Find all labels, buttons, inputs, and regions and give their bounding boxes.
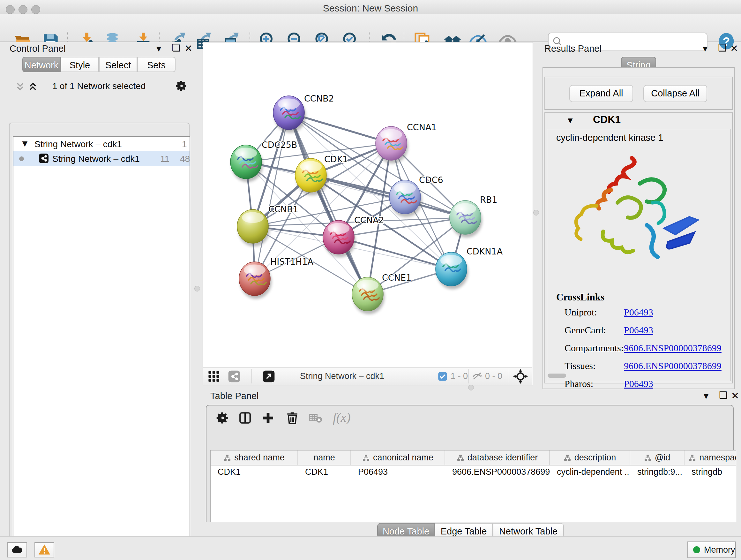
entry-body: cyclin-dependent kinase 1 [547, 129, 731, 381]
crosslink-label: Pharos: [564, 378, 593, 389]
tab-network[interactable]: Network [22, 57, 61, 72]
column-header-name[interactable]: name [298, 450, 351, 465]
memory-button[interactable]: Memory [687, 542, 736, 558]
float-panel-icon[interactable]: ▾ [156, 43, 161, 54]
add-column-icon[interactable] [261, 411, 275, 425]
crosslinks-title: CrossLinks [556, 292, 604, 303]
table-panel-title: Table Panel [210, 391, 259, 401]
cell-namespace[interactable]: stringdb [684, 465, 736, 480]
node-CDC25B[interactable] [230, 145, 263, 182]
node-CCNB2[interactable] [273, 96, 306, 133]
collapse-all-button[interactable]: Collapse All [643, 85, 707, 102]
column-header-canonical-name[interactable]: canonical name [351, 450, 445, 465]
expand-all-tree-icon[interactable] [15, 81, 25, 92]
footer-separator [252, 369, 252, 383]
crosslink-value[interactable]: P06493 [624, 378, 653, 389]
collection-count: 1 [182, 139, 187, 149]
edge-CCNB2-CCNE1[interactable] [289, 113, 367, 294]
network-view-toolbar: String Network – cdk1 1 - 0 0 - 0 [203, 367, 532, 385]
network-canvas[interactable]: CCNB2CCNA1CDC25BCDK1CDC6RB1CCNB1CCNA2CDK… [203, 43, 532, 367]
cloud-button[interactable] [7, 542, 27, 557]
cell-@id[interactable]: stringdb:9... [630, 465, 684, 480]
crosslink-value[interactable]: 9606.ENSP00000378699 [624, 361, 722, 371]
entry-collapse-icon[interactable]: ▼ [566, 116, 575, 125]
horizontal-splitter-grip[interactable] [468, 385, 474, 390]
cell-shared-name[interactable]: CDK1 [211, 465, 298, 480]
node-CCNA2[interactable] [323, 220, 355, 257]
status-bar: Memory [0, 537, 741, 560]
crosslinks-list: Uniprot:P06493GeneCard:P06493Compartment… [564, 307, 728, 396]
network-node-count: 11 [160, 154, 170, 164]
vertical-splitter-grip[interactable] [533, 210, 539, 215]
tab-network-table[interactable]: Network Table [493, 523, 564, 538]
close-panel-icon[interactable]: ✕ [185, 43, 192, 54]
tab-node-table[interactable]: Node Table [377, 523, 434, 538]
node-CCNA1[interactable] [376, 126, 408, 164]
node-label-RB1: RB1 [480, 195, 497, 205]
node-label-CCNE1: CCNE1 [382, 273, 411, 283]
column-header-database-identifier[interactable]: database identifier [445, 450, 550, 465]
cell-name[interactable]: CDK1 [298, 465, 351, 480]
tab-edge-table[interactable]: Edge Table [434, 523, 493, 538]
close-panel-icon[interactable]: ✕ [730, 43, 738, 54]
control-panel-tabs: NetworkStyleSelectSets [22, 57, 176, 72]
crosslink-row: Compartments:9606.ENSP00000378699 [564, 343, 728, 361]
collection-label: String Network – cdk1 [35, 139, 122, 149]
birdseye-grid-icon[interactable] [207, 370, 220, 383]
function-builder-icon: f(x) [333, 410, 351, 425]
column-header-description[interactable]: description [550, 450, 630, 465]
network-collection-row[interactable]: ▼ String Network – cdk1 1 [13, 137, 190, 151]
tab-sets[interactable]: Sets [137, 57, 176, 72]
table-options-gear-icon[interactable] [216, 411, 229, 425]
tab-style[interactable]: Style [61, 57, 99, 72]
dock-panel-icon[interactable]: ❏ [719, 389, 728, 401]
crosslink-value[interactable]: 9606.ENSP00000378699 [624, 343, 722, 354]
expand-all-button[interactable]: Expand All [569, 85, 633, 102]
node-CCNE1[interactable] [352, 277, 385, 314]
network-view[interactable]: CCNB2CCNA1CDC25BCDK1CDC6RB1CCNB1CCNA2CDK… [203, 42, 533, 385]
selected-checkbox-icon[interactable] [438, 372, 448, 381]
collection-expand-icon[interactable]: ▼ [20, 138, 29, 149]
crosslink-label: Compartments: [564, 343, 623, 354]
crosslink-value[interactable]: P06493 [624, 325, 653, 335]
delete-table-icon [309, 413, 322, 424]
node-CDK1[interactable] [295, 159, 328, 195]
node-HIST1H1A[interactable] [239, 262, 272, 299]
delete-column-trash-icon[interactable] [286, 411, 299, 425]
show-columns-icon[interactable] [239, 411, 252, 425]
column-header-@id[interactable]: @id [630, 450, 684, 465]
table-toolbar: f(x) shared namenamecanonical namedataba… [206, 405, 734, 522]
node-CDKN1A[interactable] [435, 252, 468, 289]
table-row[interactable]: CDK1CDK1P064939606.ENSP00000378699cyclin… [211, 465, 736, 480]
memory-label: Memory [704, 545, 735, 555]
edge-CCNB2-HIST1H1A[interactable] [255, 113, 289, 279]
warnings-button[interactable] [35, 542, 54, 557]
node-RB1[interactable] [450, 200, 482, 238]
node-CDC6[interactable] [389, 180, 422, 217]
column-header-shared-name[interactable]: shared name [211, 450, 298, 465]
cell-canonical-name[interactable]: P06493 [351, 465, 445, 480]
results-hscroll-thumb[interactable] [548, 374, 566, 378]
float-panel-icon[interactable]: ▾ [703, 43, 708, 54]
tab-select[interactable]: Select [99, 57, 137, 72]
cell-database-identifier[interactable]: 9606.ENSP00000378699 [445, 465, 550, 480]
collapse-all-tree-icon[interactable] [27, 81, 38, 92]
network-status-dot [19, 157, 24, 161]
cell-description[interactable]: cyclin-dependent ... [550, 465, 630, 480]
crosslink-label: Uniprot: [564, 307, 597, 318]
table-panel: Table Panel ▾ ❏ ✕ f(x) shared namenameca… [203, 390, 741, 537]
window-title: Session: New Session [0, 0, 741, 14]
network-row[interactable]: String Network – cdk1 11 48 [13, 151, 190, 166]
vertical-splitter-grip[interactable] [194, 286, 200, 292]
selected-nodes-edges-count: 1 - 0 [451, 371, 468, 381]
close-panel-icon[interactable]: ✕ [731, 390, 739, 401]
crosslink-value[interactable]: P06493 [624, 307, 653, 318]
dock-panel-icon[interactable]: ❏ [718, 42, 727, 53]
network-share-icon[interactable] [228, 370, 241, 383]
pan-crosshair-icon[interactable] [513, 369, 528, 384]
float-panel-icon[interactable]: ▾ [704, 390, 709, 401]
open-in-window-icon[interactable] [262, 370, 275, 383]
dock-panel-icon[interactable]: ❏ [172, 42, 180, 53]
column-header-namespace[interactable]: namespace [684, 450, 736, 465]
network-options-gear-icon[interactable] [176, 80, 188, 92]
